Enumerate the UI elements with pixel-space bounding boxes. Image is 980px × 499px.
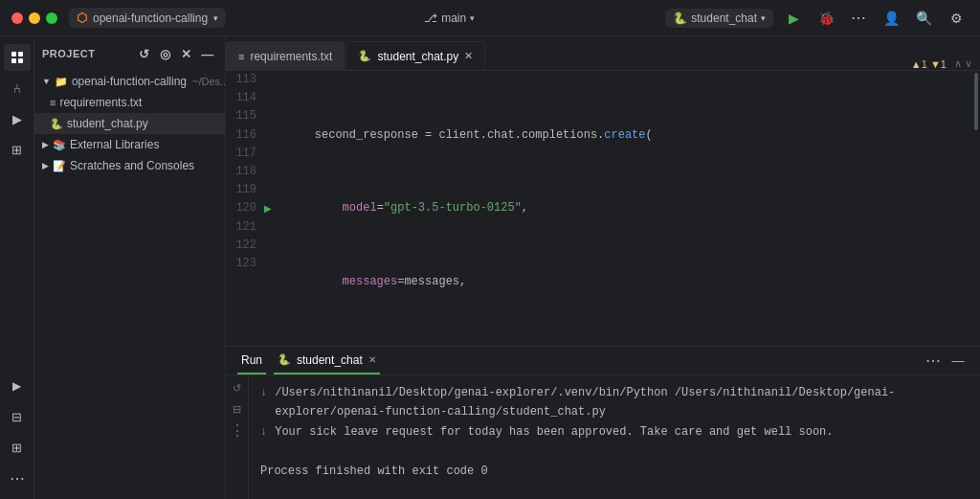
run-gutter-icon: ▶ (264, 203, 272, 214)
run-output-line-1: ↓ /Users/nithinanil/Desktop/genai-explor… (260, 383, 969, 422)
debug-button[interactable]: 🐞 (813, 6, 838, 31)
more-button[interactable]: ⋯ (846, 6, 871, 31)
activity-run[interactable]: ▶ (4, 105, 31, 132)
activity-bottom: ▶ ⊟ ⊞ ⋯ (4, 373, 31, 491)
activity-more[interactable]: ⋯ (4, 465, 31, 491)
svg-rect-0 (11, 52, 16, 57)
branch-name: main (441, 11, 466, 25)
activity-layers[interactable]: ⊞ (4, 434, 31, 461)
search-button[interactable]: 🔍 (911, 6, 936, 31)
tab-label-requirements: requirements.txt (250, 50, 332, 63)
sidebar-item-scratches[interactable]: ▶ 📝 Scratches and Consoles (34, 155, 225, 176)
activity-files[interactable] (4, 44, 31, 71)
chevron-down-icon: ▾ (213, 13, 218, 23)
run-output-text-2: Your sick leave request for today has be… (275, 422, 833, 442)
arrow-down-icon: ↓ (260, 383, 267, 402)
run-minimize-button[interactable]: — (947, 351, 969, 372)
code-line-115: messages=messages, (287, 273, 972, 291)
txt-icon: ≡ (238, 51, 244, 62)
settings-button[interactable]: ⚙ (944, 6, 969, 31)
tab-close-icon[interactable]: ✕ (464, 50, 473, 62)
code-content[interactable]: second_response = client.chat.completion… (287, 71, 972, 346)
sidebar-toolbar: ↺ ◎ ✕ — (135, 44, 217, 63)
sidebar-tree: ▼ 📁 openai-function-calling ~/Des... ≡ r… (34, 71, 225, 499)
close-button[interactable] (11, 12, 23, 24)
run-config-selector[interactable]: 🐍 student_chat ▾ (665, 9, 773, 28)
branch-selector[interactable]: ⎇ main ▾ (424, 11, 475, 25)
sidebar-item-requirements[interactable]: ≡ requirements.txt (34, 92, 225, 113)
run-tab-label: Run (237, 347, 266, 374)
run-more-button[interactable]: ⋯ (923, 351, 944, 372)
activity-terminal[interactable]: ⊟ (4, 403, 31, 430)
arrow-down-icon: ↓ (260, 422, 267, 442)
titlebar: ⬡ openai-function-calling ▾ ⎇ main ▾ 🐍 s… (0, 0, 980, 36)
tab-bar: ≡ requirements.txt 🐍 student_chat.py ✕ ▲… (226, 36, 980, 71)
run-panel: Run 🐍 student_chat ✕ ⋯ — ↺ ⊟ ⋮ (226, 346, 980, 499)
maximize-button[interactable] (46, 12, 57, 24)
chevron-right-icon: ▶ (42, 161, 49, 170)
txt-file-icon: ≡ (50, 97, 56, 108)
traffic-lights (11, 12, 57, 24)
run-stop-button[interactable]: ⊟ (229, 400, 246, 418)
profile-button[interactable]: 👤 (879, 6, 903, 31)
run-restart-button[interactable]: ↺ (229, 379, 246, 397)
activity-run-bottom[interactable]: ▶ (4, 373, 31, 399)
run-more-options[interactable]: ⋮ (229, 421, 246, 439)
run-panel-body: ↺ ⊟ ⋮ ↓ /Users/nithinanil/Desktop/genai-… (226, 375, 980, 499)
code-line-113: second_response = client.chat.completion… (287, 126, 972, 145)
path-suffix: ~/Des... (192, 76, 225, 87)
main-area: ⑃ ▶ ⊞ ▶ ⊟ ⊞ ⋯ Project ↺ ◎ ✕ — ▼ 📁 ope (0, 36, 980, 499)
tab-student-chat[interactable]: 🐍 student_chat.py ✕ (345, 41, 485, 70)
folder-icon: 📁 (55, 76, 68, 88)
run-panel-header: Run 🐍 student_chat ✕ ⋯ — (226, 347, 980, 375)
warning-indicator[interactable]: ▲1 ▼1 (911, 58, 947, 70)
run-tab-student-chat[interactable]: 🐍 student_chat ✕ (274, 347, 380, 374)
titlebar-right: 🐍 student_chat ▾ ▶ 🐞 ⋯ 👤 🔍 ⚙ (665, 6, 969, 31)
py-icon: 🐍 (358, 50, 371, 62)
code-editor[interactable]: 113 114 115 116 117 118 119 120 121 122 … (226, 71, 980, 346)
sidebar-item-external-libraries[interactable]: ▶ 📚 External Libraries (34, 134, 225, 155)
svg-rect-1 (18, 52, 23, 57)
tab-bar-right: ▲1 ▼1 ∧ ∨ (486, 57, 980, 70)
sidebar-item-student-chat[interactable]: 🐍 student_chat.py (34, 113, 225, 134)
sidebar-item-root[interactable]: ▼ 📁 openai-function-calling ~/Des... (34, 71, 225, 92)
run-output-line-3 (260, 442, 969, 461)
activity-plugins[interactable]: ⊞ (4, 136, 31, 163)
sidebar-collapse[interactable]: ✕ (177, 44, 196, 63)
run-button[interactable]: ▶ (781, 6, 806, 31)
scrollbar-thumb[interactable] (974, 73, 978, 130)
editor-area: ≡ requirements.txt 🐍 student_chat.py ✕ ▲… (226, 36, 980, 499)
run-panel-gutter: ↺ ⊟ ⋮ (226, 375, 249, 499)
project-selector[interactable]: ⬡ openai-function-calling ▾ (69, 8, 226, 28)
sidebar-header: Project ↺ ◎ ✕ — (34, 36, 225, 71)
editor-scrollbar[interactable] (972, 71, 980, 346)
minimize-button[interactable] (29, 12, 40, 24)
activity-vcs[interactable]: ⑃ (4, 75, 31, 102)
run-tab-close-icon[interactable]: ✕ (368, 354, 376, 365)
svg-rect-3 (18, 58, 23, 63)
run-panel-toolbar: ⋯ — (923, 351, 969, 372)
activity-bar: ⑃ ▶ ⊞ ▶ ⊟ ⊞ ⋯ (0, 36, 34, 499)
run-label: Run (241, 353, 262, 367)
project-name: openai-function-calling (93, 11, 208, 25)
run-config-name: student_chat (691, 11, 757, 25)
code-line-114: model="gpt-3.5-turbo-0125", (287, 199, 972, 217)
sidebar-locate[interactable]: ◎ (156, 44, 175, 63)
run-output-text-4: Process finished with exit code 0 (260, 462, 488, 481)
chevron-down-icon: ▾ (761, 13, 766, 23)
git-branch-icon: ⎇ (424, 11, 437, 25)
chevron-right-icon: ▶ (42, 140, 49, 149)
python-icon: 🐍 (673, 11, 687, 25)
chevron-down-icon: ▾ (470, 13, 475, 23)
sidebar-title: Project (42, 48, 131, 59)
sidebar-minimize[interactable]: — (198, 44, 217, 63)
tab-requirements[interactable]: ≡ requirements.txt (226, 41, 345, 70)
sidebar-refresh[interactable]: ↺ (135, 44, 154, 63)
svg-rect-2 (11, 58, 16, 63)
line-numbers: 113 114 115 116 117 118 119 120 121 122 … (226, 71, 264, 346)
run-config-tab-name: student_chat (297, 353, 363, 367)
branch-area: ⎇ main ▾ (234, 11, 665, 25)
tab-label-student-chat: student_chat.py (377, 50, 458, 63)
run-tab-py-icon: 🐍 (278, 353, 291, 366)
run-output-text-1: /Users/nithinanil/Desktop/genai-explorer… (275, 383, 969, 422)
